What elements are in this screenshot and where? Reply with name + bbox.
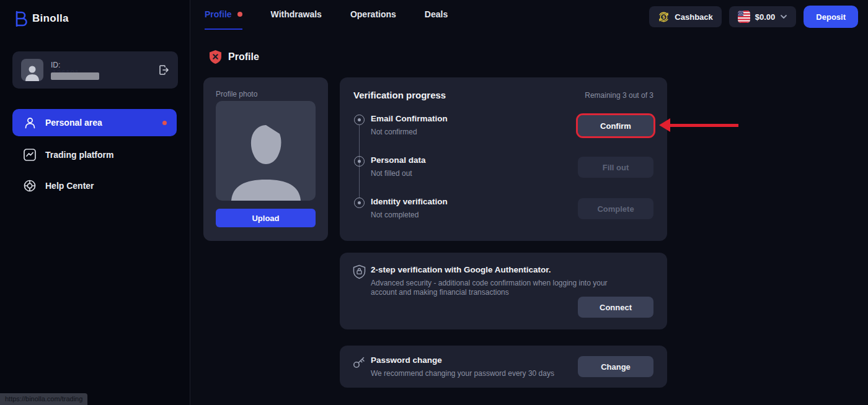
password-title: Password change: [371, 355, 442, 365]
cashback-coin-icon: $: [658, 11, 670, 23]
two-step-verification-card: 2-step verification with Google Authenti…: [340, 253, 667, 329]
brand-name: Binolla: [32, 12, 69, 25]
sidebar-item-label: Personal area: [45, 118, 102, 128]
tab-label: Operations: [350, 9, 396, 19]
step-title: Email Confirmation: [371, 114, 448, 123]
shield-lock-icon: [353, 264, 366, 279]
password-change-card: Password change We recommend changing yo…: [340, 346, 667, 388]
verification-remaining: Remaining 3 out of 3: [585, 91, 653, 100]
person-icon: [22, 115, 37, 130]
two-step-description: Advanced security - additional code conf…: [371, 279, 624, 297]
tab-label: Deals: [425, 9, 448, 19]
tab-label: Withdrawals: [271, 9, 322, 19]
profile-photo-card: Profile photo Upload: [203, 77, 328, 241]
step-status: Not confirmed: [371, 128, 417, 136]
tab-withdrawals[interactable]: Withdrawals: [271, 0, 322, 30]
sidebar-item-label: Trading platform: [45, 150, 113, 160]
page-title: Profile: [228, 51, 259, 63]
key-icon: [352, 355, 366, 370]
password-description: We recommend changing your password ever…: [371, 369, 554, 378]
sidebar-item-help-center[interactable]: Help Center: [12, 172, 177, 199]
step-circle-icon: [354, 198, 365, 208]
sidebar: Binolla ID: 126101: [0, 0, 190, 405]
step-title: Personal data: [371, 155, 426, 165]
top-tabs: Profile Withdrawals Operations Deals: [205, 0, 448, 30]
tab-profile[interactable]: Profile: [205, 0, 242, 30]
sidebar-item-label: Help Center: [45, 181, 94, 191]
step-title: Identity verification: [371, 197, 448, 206]
profile-photo-label: Profile photo: [216, 90, 257, 98]
complete-button[interactable]: Complete: [578, 198, 653, 219]
chart-icon: [22, 147, 37, 162]
connect-button[interactable]: Connect: [578, 297, 653, 318]
profile-photo-placeholder: [216, 101, 316, 201]
status-bar-url: https://binolla.com/trading: [0, 393, 87, 405]
step-circle-icon: [354, 156, 365, 167]
tab-operations[interactable]: Operations: [350, 0, 396, 30]
shield-x-icon: [209, 50, 222, 64]
fill-out-button[interactable]: Fill out: [578, 157, 653, 178]
cashback-label: Cashback: [675, 12, 712, 22]
avatar: [21, 59, 43, 81]
step-status: Not completed: [371, 211, 418, 219]
notification-dot: [162, 121, 167, 125]
upload-button[interactable]: Upload: [216, 209, 316, 227]
sidebar-item-trading-platform[interactable]: Trading platform: [12, 141, 177, 168]
user-id-value-redacted: 126101: [51, 71, 99, 80]
step-circle-icon: [354, 115, 365, 125]
tab-notification-dot: [237, 12, 242, 17]
logout-icon[interactable]: [158, 64, 169, 76]
page-heading: Profile: [209, 50, 259, 64]
step-status: Not filled out: [371, 169, 412, 178]
lifebuoy-icon: [22, 178, 37, 193]
tab-label: Profile: [205, 9, 232, 19]
cashback-button[interactable]: $ Cashback: [649, 6, 721, 27]
verification-title: Verification progress: [353, 90, 446, 100]
two-step-title: 2-step verification with Google Authenti…: [371, 265, 551, 274]
balance-value: $0.00: [755, 12, 776, 22]
balance-selector[interactable]: $0.00: [729, 6, 797, 27]
confirm-button[interactable]: Confirm: [578, 115, 653, 136]
change-button[interactable]: Change: [578, 356, 653, 377]
brand-logo[interactable]: Binolla: [14, 11, 69, 27]
annotation-arrow: [659, 118, 738, 132]
tab-deals[interactable]: Deals: [425, 0, 448, 30]
sidebar-item-personal-area[interactable]: Personal area: [12, 109, 177, 136]
binolla-logo-icon: [14, 11, 27, 27]
verification-progress-card: Verification progress Remaining 3 out of…: [340, 77, 667, 241]
deposit-button[interactable]: Deposit: [804, 6, 858, 28]
user-id-card: ID: 126101: [12, 51, 178, 89]
svg-text:$: $: [663, 14, 666, 20]
chevron-down-icon: [780, 14, 787, 19]
us-flag-icon: [738, 11, 750, 23]
topbar-controls: $ Cashback: [649, 6, 858, 28]
